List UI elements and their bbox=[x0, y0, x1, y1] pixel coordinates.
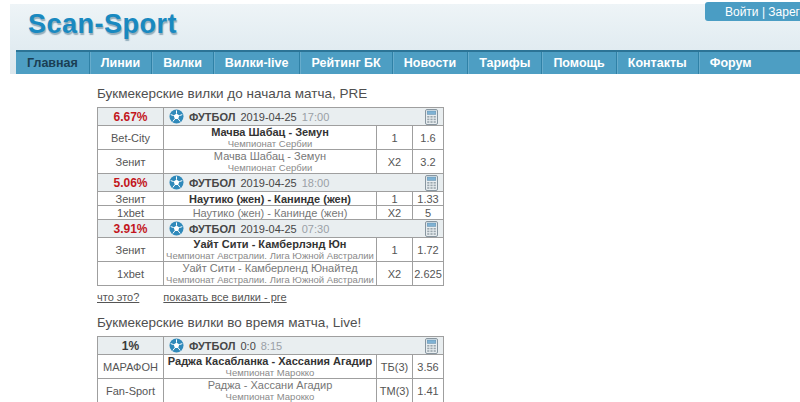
login-register-button[interactable]: Войти | Зарег bbox=[705, 2, 800, 21]
nav-item-help[interactable]: Помощь bbox=[541, 52, 615, 74]
calculator-icon[interactable] bbox=[425, 338, 438, 354]
event-name: Наутико (жен) - Канинде (жен) bbox=[164, 193, 376, 205]
fork-percent: 5.06% bbox=[98, 174, 164, 192]
event-name: Раджа - Хассани Агадир bbox=[164, 379, 376, 391]
fork-meta-main: 2019-04-25 bbox=[240, 223, 296, 235]
forks-section: Букмекерские вилки во время матча, Live!… bbox=[97, 315, 457, 402]
nav-item-tariffs[interactable]: Тарифы bbox=[467, 52, 541, 74]
bookmaker-name: Зенит bbox=[98, 192, 164, 206]
fork-header-row: 3.91% ФУТБОЛ bbox=[98, 220, 444, 238]
what-is-this-link[interactable]: что это? bbox=[97, 291, 139, 303]
league-name: Чемпионат Марокко bbox=[164, 367, 376, 378]
bet-row: 1xbet Уайт Сити - Камберленд Юнайтед Чем… bbox=[98, 262, 444, 286]
outcome: ТБ(3) bbox=[377, 355, 413, 379]
bet-row: Зенит Наутико (жен) - Канинде (жен) 1 1.… bbox=[98, 192, 444, 206]
bet-row: Зенит Уайт Сити - Камберлэнд Юн Чемпиона… bbox=[98, 238, 444, 262]
fork-meta-main: 2019-04-25 bbox=[240, 177, 296, 189]
fork-sport: ФУТБОЛ bbox=[189, 223, 235, 235]
bet-row: Bet-City Мачва Шабац - Земун Чемпионат С… bbox=[98, 126, 444, 150]
nav-item-lines[interactable]: Линии bbox=[89, 52, 151, 74]
league-name: Чемпионат Австралии. Лига Южной Австрали… bbox=[164, 274, 376, 285]
fork-header-row: 6.67% ФУТБОЛ bbox=[98, 108, 444, 126]
odds-value: 3.2 bbox=[413, 150, 444, 174]
fork-sport: ФУТБОЛ bbox=[189, 340, 235, 352]
fork-percent: 6.67% bbox=[98, 108, 164, 126]
league-name: Чемпионат Сербии bbox=[164, 162, 376, 173]
calculator-icon[interactable] bbox=[425, 175, 438, 191]
bookmaker-name: Зенит bbox=[98, 150, 164, 174]
event-name: Уайт Сити - Камберленд Юнайтед bbox=[164, 262, 376, 274]
nav-item-forks-live[interactable]: Вилки-live bbox=[213, 52, 300, 74]
forks-table: 6.67% ФУТБОЛ bbox=[97, 107, 444, 286]
odds-value: 1.33 bbox=[413, 192, 444, 206]
calculator-icon[interactable] bbox=[425, 221, 438, 237]
bet-row: Зенит Мачва Шабац - Земун Чемпионат Серб… bbox=[98, 150, 444, 174]
fork-meta-main: 2019-04-25 bbox=[240, 111, 296, 123]
section-heading: Букмекерские вилки до начала матча, PRE bbox=[97, 86, 457, 101]
fork-meta-sub: 07:30 bbox=[302, 223, 330, 235]
league-name: Чемпионат Марокко bbox=[164, 391, 376, 402]
bookmaker-name: 1xbet bbox=[98, 262, 164, 286]
bet-row: 1xbet Наутико (жен) - Канинде (жен) X2 5 bbox=[98, 206, 444, 220]
bookmaker-name: 1xbet bbox=[98, 206, 164, 220]
nav-item-home[interactable]: Главная bbox=[16, 52, 89, 74]
bookmaker-name: Bet-City bbox=[98, 126, 164, 150]
nav-item-bookie-rating[interactable]: Рейтинг БК bbox=[299, 52, 391, 74]
fork-percent: 3.91% bbox=[98, 220, 164, 238]
fork-header-row: 5.06% ФУТБОЛ bbox=[98, 174, 444, 192]
fork-meta-sub: 17:00 bbox=[302, 111, 330, 123]
bookmaker-name: Fan-Sport bbox=[98, 379, 164, 402]
event-name: Раджа Касабланка - Хассания Агадир bbox=[164, 355, 376, 367]
football-icon bbox=[169, 221, 184, 236]
section-heading: Букмекерские вилки во время матча, Live! bbox=[97, 315, 457, 330]
odds-value: 1.6 bbox=[413, 126, 444, 150]
fork-sport: ФУТБОЛ bbox=[189, 177, 235, 189]
league-name: Чемпионат Сербии bbox=[164, 138, 376, 149]
odds-value: 1.41 bbox=[413, 379, 444, 402]
football-icon bbox=[169, 109, 184, 124]
fork-percent: 1% bbox=[98, 337, 164, 355]
outcome: 1 bbox=[377, 238, 413, 262]
outcome: X2 bbox=[377, 206, 413, 220]
fork-meta-sub: 8:15 bbox=[261, 340, 282, 352]
odds-value: 2.625 bbox=[413, 262, 444, 286]
odds-value: 5 bbox=[413, 206, 444, 220]
odds-value: 3.56 bbox=[413, 355, 444, 379]
calculator-icon[interactable] bbox=[425, 109, 438, 125]
football-icon bbox=[169, 175, 184, 190]
odds-value: 1.72 bbox=[413, 238, 444, 262]
nav-item-news[interactable]: Новости bbox=[392, 52, 467, 74]
nav-item-contacts[interactable]: Контакты bbox=[616, 52, 698, 74]
main-nav: ГлавнаяЛинииВилкиВилки-liveРейтинг БКНов… bbox=[16, 50, 800, 74]
show-all-forks-link[interactable]: показать все вилки - pre bbox=[163, 291, 286, 303]
outcome: ТМ(3) bbox=[377, 379, 413, 402]
outcome: 1 bbox=[377, 192, 413, 206]
bookmaker-name: МАРАФОН bbox=[98, 355, 164, 379]
nav-item-forum[interactable]: Форум bbox=[698, 52, 763, 74]
forks-table: 1% ФУТБОЛ bbox=[97, 336, 444, 402]
fork-meta-sub: 18:00 bbox=[302, 177, 330, 189]
nav-item-forks[interactable]: Вилки bbox=[151, 52, 213, 74]
fork-header-row: 1% ФУТБОЛ bbox=[98, 337, 444, 355]
fork-sport: ФУТБОЛ bbox=[189, 111, 235, 123]
league-name: Чемпионат Австралии. Лига Южной Австрали… bbox=[164, 250, 376, 261]
bet-row: Fan-Sport Раджа - Хассани Агадир Чемпион… bbox=[98, 379, 444, 402]
event-name: Наутико (жен) - Канинде (жен) bbox=[164, 207, 376, 219]
site-logo[interactable]: Scan-Sport bbox=[28, 9, 177, 40]
event-name: Мачва Шабац - Земун bbox=[164, 150, 376, 162]
header-band: Scan-Sport Войти | Зарег ГлавнаяЛинииВил… bbox=[10, 4, 800, 74]
event-name: Мачва Шабац - Земун bbox=[164, 126, 376, 138]
event-name: Уайт Сити - Камберлэнд Юн bbox=[164, 238, 376, 250]
bet-row: МАРАФОН Раджа Касабланка - Хассания Агад… bbox=[98, 355, 444, 379]
section-links: что это?показать все вилки - pre bbox=[97, 291, 457, 303]
outcome: X2 bbox=[377, 262, 413, 286]
outcome: 1 bbox=[377, 126, 413, 150]
content: Букмекерские вилки до начала матча, PRE … bbox=[97, 86, 457, 402]
fork-meta-main: 0:0 bbox=[240, 340, 255, 352]
football-icon bbox=[169, 338, 184, 353]
forks-section: Букмекерские вилки до начала матча, PRE … bbox=[97, 86, 457, 303]
outcome: X2 bbox=[377, 150, 413, 174]
bookmaker-name: Зенит bbox=[98, 238, 164, 262]
